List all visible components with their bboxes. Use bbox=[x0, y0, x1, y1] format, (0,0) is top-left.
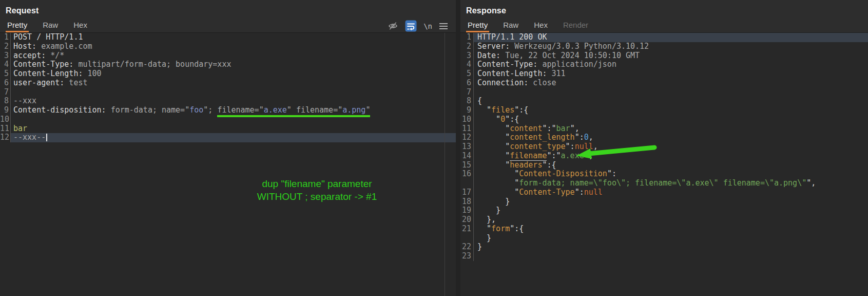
request-panel-title: Request bbox=[6, 6, 39, 15]
line-number: 23 bbox=[460, 252, 474, 261]
code-line: 23 bbox=[460, 252, 868, 261]
line-number: 9 bbox=[0, 106, 11, 115]
newline-icon[interactable]: \n bbox=[423, 22, 432, 30]
response-tab-raw[interactable]: Raw bbox=[501, 20, 520, 32]
line-number: 12 bbox=[460, 133, 474, 142]
code-line: 10 "0":{ bbox=[460, 115, 868, 124]
code-line: 2Server: Werkzeug/3.0.3 Python/3.10.12 bbox=[460, 42, 868, 51]
code-line: 1POST / HTTP/1.1 bbox=[0, 33, 456, 42]
eye-slash-icon[interactable] bbox=[388, 21, 398, 31]
line-number: 10 bbox=[0, 115, 11, 124]
line-number: 3 bbox=[0, 51, 11, 61]
code-line: 10 bbox=[0, 115, 456, 124]
line-number: 7 bbox=[460, 88, 474, 97]
code-line: 19 } bbox=[460, 206, 868, 215]
code-line: 6user-agent: test bbox=[0, 79, 456, 88]
response-tab-render: Render bbox=[562, 20, 590, 32]
line-number: 2 bbox=[460, 42, 474, 51]
line-number: 8 bbox=[0, 97, 11, 106]
line-number: 19 bbox=[460, 206, 474, 215]
request-scrollbar-track[interactable] bbox=[445, 33, 445, 296]
code-line: 4Content-Type: application/json bbox=[460, 60, 868, 69]
line-number: 7 bbox=[0, 88, 11, 97]
line-number: 5 bbox=[460, 69, 474, 79]
line-number: 2 bbox=[0, 42, 11, 51]
code-line: 5Content-Length: 311 bbox=[460, 69, 868, 79]
line-number: 14 bbox=[460, 152, 474, 161]
line-number: 1 bbox=[460, 33, 474, 42]
line-number: 9 bbox=[460, 106, 474, 115]
code-line: 14 "filename":"a.exe", bbox=[460, 152, 868, 161]
response-tab-hex[interactable]: Hex bbox=[532, 20, 549, 32]
code-line: 1HTTP/1.1 200 OK bbox=[460, 33, 868, 42]
code-line: 12--xxx-- bbox=[0, 133, 456, 142]
line-number bbox=[460, 234, 474, 243]
request-tabbar: Pretty Raw Hex bbox=[0, 20, 456, 33]
response-tabbar: Pretty Raw Hex Render bbox=[460, 20, 868, 33]
line-number: 3 bbox=[460, 51, 474, 61]
line-number: 17 bbox=[460, 188, 474, 197]
code-line: 7 bbox=[0, 88, 456, 97]
code-line: 4Content-Type: multipart/form-data; boun… bbox=[0, 60, 456, 69]
code-line: 8--xxx bbox=[0, 97, 456, 106]
line-number: 22 bbox=[460, 243, 474, 252]
line-number: 20 bbox=[460, 215, 474, 225]
line-number: 4 bbox=[460, 60, 474, 69]
code-line: 11 "content":"bar", bbox=[460, 124, 868, 134]
response-tab-pretty[interactable]: Pretty bbox=[466, 20, 489, 32]
code-line: 6Connection: close bbox=[460, 79, 868, 88]
line-number: 21 bbox=[460, 225, 474, 234]
line-number: 5 bbox=[0, 69, 11, 79]
request-tab-pretty[interactable]: Pretty bbox=[6, 20, 29, 32]
code-line: 3Date: Tue, 22 Oct 2024 10:50:10 GMT bbox=[460, 51, 868, 61]
line-number: 6 bbox=[460, 79, 474, 88]
line-number: 8 bbox=[460, 97, 474, 106]
line-number: 1 bbox=[0, 33, 11, 42]
line-number bbox=[460, 179, 474, 188]
line-number: 15 bbox=[460, 161, 474, 170]
code-line: 15 "headers":{ bbox=[460, 161, 868, 170]
wrap-lines-icon[interactable] bbox=[405, 20, 417, 32]
code-line: 20 }, bbox=[460, 215, 868, 225]
line-number: 16 bbox=[460, 170, 474, 179]
code-line: 22} bbox=[460, 243, 868, 252]
line-number: 11 bbox=[460, 124, 474, 134]
code-line: 18 } bbox=[460, 197, 868, 207]
code-line: 7 bbox=[460, 88, 868, 97]
response-panel: Response Pretty Raw Hex Render 1HTTP/1.1… bbox=[460, 0, 868, 296]
code-line: 3accept: */* bbox=[0, 51, 456, 61]
menu-icon[interactable] bbox=[439, 23, 448, 30]
code-line: 13 "content_type":null, bbox=[460, 142, 868, 152]
code-line: 2Host: example.com bbox=[0, 42, 456, 51]
green-annotation-text: dup "filename" parameter WITHOUT ; separ… bbox=[216, 177, 418, 203]
response-editor[interactable]: 1HTTP/1.1 200 OK2Server: Werkzeug/3.0.3 … bbox=[460, 33, 868, 296]
code-line: "form-data; name=\"foo\"; filename=\"a.e… bbox=[460, 179, 868, 188]
request-editor[interactable]: 1POST / HTTP/1.12Host: example.com3accep… bbox=[0, 33, 456, 296]
line-number: 10 bbox=[460, 115, 474, 124]
code-line: 8{ bbox=[460, 97, 868, 106]
line-number: 13 bbox=[460, 142, 474, 152]
line-number: 18 bbox=[460, 197, 474, 207]
code-line: 21 "form":{ bbox=[460, 225, 868, 234]
code-line: 16 "Content-Disposition": bbox=[460, 170, 868, 179]
code-line: 9Content-disposition: form-data; name="f… bbox=[0, 106, 456, 115]
line-number: 4 bbox=[0, 60, 11, 69]
code-line: 11bar bbox=[0, 124, 456, 134]
code-line: 17 "Content-Type":null bbox=[460, 188, 868, 197]
code-line: 9 "files":{ bbox=[460, 106, 868, 115]
text-cursor bbox=[46, 134, 47, 141]
line-number: 11 bbox=[0, 124, 11, 134]
response-panel-title: Response bbox=[466, 6, 506, 15]
line-number: 12 bbox=[0, 133, 11, 142]
http-message-viewer: Request Pretty Raw Hex bbox=[0, 0, 868, 296]
request-tab-raw[interactable]: Raw bbox=[41, 20, 60, 32]
request-panel: Request Pretty Raw Hex bbox=[0, 0, 456, 296]
panel-splitter[interactable] bbox=[456, 0, 460, 296]
line-number: 6 bbox=[0, 79, 11, 88]
code-line: 5Content-Length: 100 bbox=[0, 69, 456, 79]
code-line: 12 "content_length":0, bbox=[460, 133, 868, 142]
request-tab-hex[interactable]: Hex bbox=[72, 20, 89, 32]
code-line: } bbox=[460, 234, 868, 243]
